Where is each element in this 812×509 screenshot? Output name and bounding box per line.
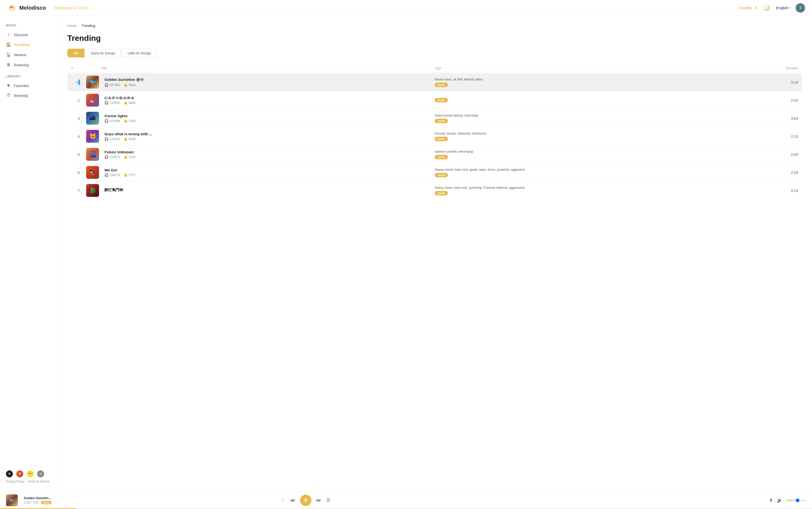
sidebar-item-discover[interactable]: ♪ Discover — [0, 30, 57, 40]
header-left: Melodisco HeyBeauty AI Try-On — [7, 3, 89, 13]
song-title-3: Corner lights — [104, 114, 435, 118]
privacy-policy-link[interactable]: Privacy Policy — [6, 480, 25, 483]
next-button[interactable]: ⏭ — [316, 497, 321, 503]
music-section-label: Music — [0, 24, 57, 30]
song-stats-5: 🎧 210622 👍 2241 — [104, 155, 435, 159]
suno-badge-2: suno — [435, 98, 448, 102]
like-icon: 👍 — [124, 155, 127, 159]
suno-badge-3: suno — [435, 119, 448, 123]
page-title: Trending — [67, 34, 802, 43]
sidebar-item-roaming[interactable]: 🖥 Roaming — [0, 60, 57, 70]
song-stats-2: 🎧 316903 👍 8865 — [104, 101, 435, 105]
user-avatar[interactable]: I — [796, 3, 805, 12]
logo[interactable]: Melodisco — [7, 3, 46, 13]
table-row[interactable]: 2 🦔 C-A-P-Y-B-A-R-A 🎧 316903 👍 8865 — [67, 91, 802, 109]
terms-of-service-link[interactable]: Terms of Service — [28, 480, 50, 483]
song-info-4: Guys what is wrong with ... 🎧 212451 👍 4… — [101, 132, 435, 141]
music-icon: ♪ — [6, 32, 11, 37]
share-button[interactable]: ⬆ — [769, 498, 773, 503]
player-bar: 🐦 Golden Sunshin... 0:18 / 3:20 suno ♡ ⏮… — [0, 491, 812, 509]
language-button[interactable]: English ▾ — [776, 6, 791, 10]
table-row[interactable]: 4 🐱 Guys what is wrong with ... 🎧 212451… — [67, 127, 802, 145]
song-title-6: We Go! — [104, 168, 435, 172]
col-num: # — [71, 66, 86, 70]
sidebar-item-trending[interactable]: 🏠 Trending — [0, 40, 57, 50]
col-title: Title — [101, 66, 435, 70]
tags-cell-7: heavy metal, hard rock, guzheng, Chinese… — [435, 186, 769, 195]
sidebar-item-favorites[interactable]: ♥ Favorites — [0, 81, 57, 91]
dark-mode-button[interactable]: 🌙 — [762, 3, 771, 12]
player-song-info: Golden Sunshin... 0:18 / 3:20 suno — [24, 496, 58, 504]
table-row[interactable]: 3 🏙 Corner lights 🎧 313888 👍 3358 — [67, 109, 802, 127]
sidebar-item-label: Trending — [14, 42, 29, 47]
like-icon: 👍 — [124, 101, 127, 105]
pause-button[interactable]: ⏸ — [300, 495, 311, 506]
headphones-icon: 🎧 — [104, 83, 108, 87]
tab-udio[interactable]: Udio AI Songs — [121, 49, 157, 57]
table-row[interactable]: ≡▌ 🐦 Golden Sunshine 윤아 🎧 537969 👍 5980 — [67, 73, 802, 91]
twitter-icon[interactable]: ✕ — [6, 470, 13, 477]
row-number-4: 4 — [71, 134, 86, 138]
duration-1: 3:19 — [769, 80, 798, 84]
sidebar-item-newest[interactable]: 📡 Newest — [0, 50, 57, 60]
breadcrumb-home[interactable]: Home — [67, 24, 76, 28]
volume-button[interactable]: 🔊 — [777, 498, 782, 503]
sidebar-item-recently[interactable]: ⏱ Recently — [0, 91, 57, 100]
song-info-2: C-A-P-Y-B-A-R-A 🎧 316903 👍 8865 — [101, 96, 435, 105]
tags-cell-2: suno — [435, 98, 769, 102]
logo-text: Melodisco — [19, 5, 46, 11]
player-thumbnail: 🐦 — [6, 495, 18, 506]
coffee-icon[interactable]: ☕ — [27, 470, 34, 477]
row-number-5: 5 — [71, 152, 86, 157]
tag-text-3: instrumental hiphop, boombap — [435, 113, 769, 117]
suno-badge-4: suno — [435, 137, 448, 141]
row-number-6: 6 — [71, 170, 86, 175]
table-row[interactable]: 7 🐉 醉打蔦門神 heavy metal, hard rock, guzhen… — [67, 181, 802, 199]
duration-5: 0:00 — [769, 152, 798, 157]
sidebar-item-label: Discover — [14, 33, 28, 37]
social-icons: ✕ P ☕ ✉ — [6, 470, 51, 477]
favorite-button[interactable]: ♡ — [281, 497, 285, 503]
song-info-5: Future Unknown 🎧 210622 👍 2241 — [101, 150, 435, 159]
chevron-down-icon: ▾ — [789, 6, 791, 9]
breadcrumb-current: Trending — [82, 24, 95, 28]
tags-cell-1: bossa nova, uk drill, electric piano sun… — [435, 77, 769, 87]
headphones-icon: 🎧 — [104, 119, 108, 123]
song-thumbnail-1: 🐦 — [86, 76, 99, 89]
filter-tabs: All Suno AI Songs Udio AI Songs — [67, 49, 802, 57]
app-header: Melodisco HeyBeauty AI Try-On Credits: 0… — [0, 0, 812, 16]
ad-banner[interactable]: HeyBeauty AI Try-On — [54, 6, 89, 10]
suno-badge-5: suno — [435, 155, 448, 159]
table-header: # Title Tags Duration — [67, 64, 802, 72]
product-hunt-icon[interactable]: P — [16, 470, 23, 477]
suno-badge-6: suno — [435, 173, 448, 177]
headphones-icon: 🎧 — [104, 101, 108, 105]
like-icon: 👍 — [124, 173, 127, 177]
song-title-2: C-A-P-Y-B-A-R-A — [104, 96, 435, 100]
table-row[interactable]: 6 🦅 We Go! 🎧 196278 👍 3727 — [67, 164, 802, 181]
plays-stat-1: 🎧 537969 — [104, 83, 120, 87]
table-row[interactable]: 5 🌆 Future Unknown 🎧 210622 👍 2241 — [67, 145, 802, 163]
logo-icon — [7, 3, 17, 13]
row-number-2: 2 — [71, 98, 86, 102]
sidebar-item-label: Newest — [14, 53, 26, 57]
duration-3: 3:04 — [769, 116, 798, 121]
song-info-6: We Go! 🎧 196278 👍 3727 — [101, 168, 435, 177]
row-number-7: 7 — [71, 189, 86, 193]
like-icon: 👍 — [124, 83, 127, 87]
prev-button[interactable]: ⏮ — [290, 497, 295, 503]
sidebar: Music ♪ Discover 🏠 Trending 📡 Newest 🖥 R… — [0, 16, 57, 491]
tag-text-4: Female Vocals, Distorted, Electronic — [435, 132, 769, 135]
duration-4: 2:13 — [769, 134, 798, 138]
tag-text-1: bossa nova, uk drill, electric piano — [435, 77, 769, 81]
tab-all[interactable]: All — [67, 49, 85, 57]
player-song-title: Golden Sunshin... — [24, 496, 58, 500]
email-icon[interactable]: ✉ — [37, 470, 44, 477]
tab-suno[interactable]: Suno AI Songs — [85, 49, 121, 57]
player-right: ⬆ 🔊 — [769, 498, 806, 503]
queue-button[interactable]: ☰ — [326, 498, 330, 503]
col-tags: Tags — [435, 66, 769, 70]
player-time: 0:18 / 3:20 — [24, 501, 39, 504]
sidebar-item-label: Roaming — [14, 63, 29, 67]
volume-slider[interactable] — [786, 500, 806, 501]
